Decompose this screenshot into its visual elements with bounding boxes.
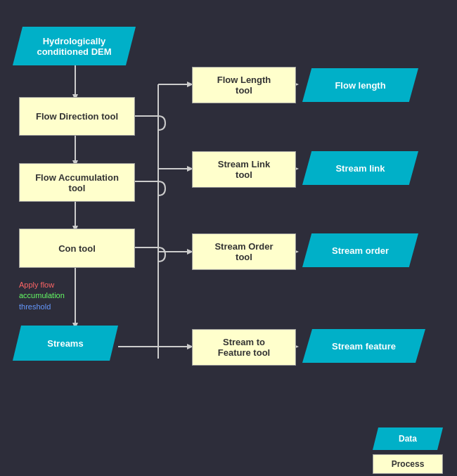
diagram: Hydrologically conditioned DEM Flow Dire… bbox=[0, 0, 457, 476]
stream-link-tool-node: Stream Linktool bbox=[192, 151, 296, 188]
streams-node: Streams bbox=[13, 326, 118, 361]
stream-to-feature-tool-node: Stream toFeature tool bbox=[192, 329, 296, 366]
legend-process: Process bbox=[373, 454, 443, 474]
flow-length-output: Flow length bbox=[302, 68, 418, 102]
flow-direction-node: Flow Direction tool bbox=[19, 97, 135, 136]
stream-order-output: Stream order bbox=[302, 233, 418, 267]
flow-length-tool-node: Flow Lengthtool bbox=[192, 67, 296, 103]
dem-node: Hydrologically conditioned DEM bbox=[13, 27, 136, 65]
legend-data: Data bbox=[373, 427, 443, 450]
stream-feature-output: Stream feature bbox=[302, 329, 425, 363]
stream-link-output: Stream link bbox=[302, 151, 418, 185]
con-tool-node: Con tool bbox=[19, 229, 135, 268]
apply-threshold-text: Apply flow accumulation threshold bbox=[19, 280, 131, 312]
stream-order-tool-node: Stream Ordertool bbox=[192, 233, 296, 270]
flow-accumulation-node: Flow Accumulationtool bbox=[19, 163, 135, 202]
